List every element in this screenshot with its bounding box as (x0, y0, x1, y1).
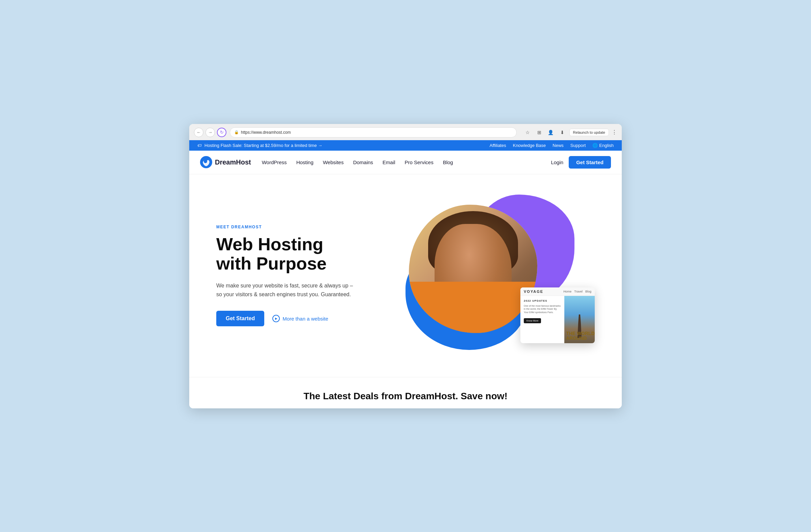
website-card-body: 2022 UPDATES One of the most famous land… (520, 296, 595, 343)
get-started-nav-button[interactable]: Get Started (569, 156, 611, 169)
globe-icon: 🌐 (592, 143, 598, 148)
nav-right: Login Get Started (551, 156, 611, 169)
announcement-text[interactable]: Hosting Flash Sale: Starting at $2.59/mo… (204, 143, 322, 148)
hero-get-started-button[interactable]: Get Started (216, 311, 264, 326)
play-icon: ▶ (272, 315, 280, 322)
world-text: THE WORLDAROUND (566, 331, 595, 341)
person-background (409, 205, 537, 333)
website-preview-card: VOYAGE Home Travel Blog 2022 UPDATES One… (520, 287, 595, 343)
nav-left: DreamHost WordPress Hosting Websites Dom… (200, 156, 453, 168)
deals-title: The Latest Deals from DreamHost. Save no… (200, 391, 611, 402)
website-card-text: One of the most famous landmarks in the … (524, 304, 561, 314)
language-label: English (599, 143, 614, 148)
eiffel-tower-image: THE WORLDAROUND (564, 296, 595, 343)
website-card-left: 2022 UPDATES One of the most famous land… (520, 296, 564, 343)
logo[interactable]: DreamHost (200, 156, 251, 168)
nav-links: WordPress Hosting Websites Domains Email… (262, 159, 453, 165)
nav-hosting[interactable]: Hosting (296, 159, 313, 165)
back-button[interactable]: ← (194, 128, 203, 137)
hero-actions: Get Started ▶ More than a website (216, 311, 358, 326)
hero-title-line1: Web Hosting (216, 234, 323, 254)
hero-more-link[interactable]: ▶ More than a website (272, 315, 328, 322)
download-button[interactable]: ⬇ (558, 128, 567, 137)
nav-pro-services[interactable]: Pro Services (405, 159, 433, 165)
address-bar[interactable]: 🔒 https://www.dreamhost.com (230, 127, 517, 138)
main-nav: DreamHost WordPress Hosting Websites Dom… (189, 151, 622, 174)
hero-title: Web Hosting with Purpose (216, 235, 358, 273)
nav-domains[interactable]: Domains (353, 159, 373, 165)
hero-person-image (409, 205, 537, 333)
nav-websites[interactable]: Websites (323, 159, 343, 165)
forward-button[interactable]: → (205, 128, 215, 137)
browser-actions: ☆ ⊞ 👤 ⬇ Relaunch to update ⋮ (523, 128, 617, 137)
dreamhost-logo-icon (200, 156, 212, 168)
hero-left: MEET DREAMHOST Web Hosting with Purpose … (216, 225, 358, 327)
browser-window: ← → ↻ 🔒 https://www.dreamhost.com ☆ ⊞ 👤 … (189, 124, 622, 408)
browser-controls: ← → ↻ (194, 128, 226, 137)
browser-top-bar: ← → ↻ 🔒 https://www.dreamhost.com ☆ ⊞ 👤 … (194, 127, 617, 140)
relaunch-button[interactable]: Relaunch to update (569, 129, 609, 136)
affiliates-link[interactable]: Affiliates (490, 143, 506, 148)
website-card-update: 2022 UPDATES (524, 299, 561, 302)
logo-text: DreamHost (215, 158, 251, 166)
menu-dots-button[interactable]: ⋮ (612, 129, 617, 136)
svg-point-1 (204, 160, 207, 163)
website-card-nav: Home Travel Blog (563, 290, 591, 293)
knowledge-base-link[interactable]: Knowledge Base (513, 143, 546, 148)
website-card-right: THE WORLDAROUND (564, 296, 595, 343)
nav-email[interactable]: Email (383, 159, 395, 165)
announcement-right: Affiliates Knowledge Base News Support 🌐… (490, 143, 614, 148)
hero-section: MEET DREAMHOST Web Hosting with Purpose … (189, 174, 622, 377)
person-shirt (409, 282, 537, 333)
website-card-title: VOYAGE (524, 290, 544, 294)
hero-visual: VOYAGE Home Travel Blog 2022 UPDATES One… (399, 194, 595, 357)
hero-subtitle: We make sure your website is fast, secur… (216, 281, 358, 299)
announcement-bar: 🏷 Hosting Flash Sale: Starting at $2.59/… (189, 140, 622, 151)
profile-button[interactable]: 👤 (547, 128, 555, 137)
login-button[interactable]: Login (551, 159, 563, 165)
nav-wordpress[interactable]: WordPress (262, 159, 287, 165)
card-nav-home: Home (563, 290, 571, 293)
browser-chrome: ← → ↻ 🔒 https://www.dreamhost.com ☆ ⊞ 👤 … (189, 124, 622, 140)
hero-eyebrow: MEET DREAMHOST (216, 225, 358, 229)
nav-blog[interactable]: Blog (443, 159, 453, 165)
extensions-button[interactable]: ⊞ (535, 128, 544, 137)
website-card-header: VOYAGE Home Travel Blog (520, 287, 595, 296)
star-button[interactable]: ☆ (523, 128, 532, 137)
refresh-button[interactable]: ↻ (217, 128, 226, 137)
tag-icon: 🏷 (197, 143, 202, 148)
card-nav-travel: Travel (574, 290, 583, 293)
hero-more-text: More than a website (282, 316, 328, 322)
support-link[interactable]: Support (570, 143, 586, 148)
card-nav-blog: Blog (585, 290, 591, 293)
announcement-left: 🏷 Hosting Flash Sale: Starting at $2.59/… (197, 143, 322, 148)
url-text: https://www.dreamhost.com (241, 130, 291, 135)
hero-title-line2: with Purpose (216, 254, 326, 273)
language-selector[interactable]: 🌐 English (592, 143, 614, 148)
deals-section: The Latest Deals from DreamHost. Save no… (189, 377, 622, 408)
news-link[interactable]: News (552, 143, 564, 148)
lock-icon: 🔒 (234, 130, 239, 135)
website-card-know-more[interactable]: Know More (524, 318, 541, 323)
site-content: 🏷 Hosting Flash Sale: Starting at $2.59/… (189, 140, 622, 408)
